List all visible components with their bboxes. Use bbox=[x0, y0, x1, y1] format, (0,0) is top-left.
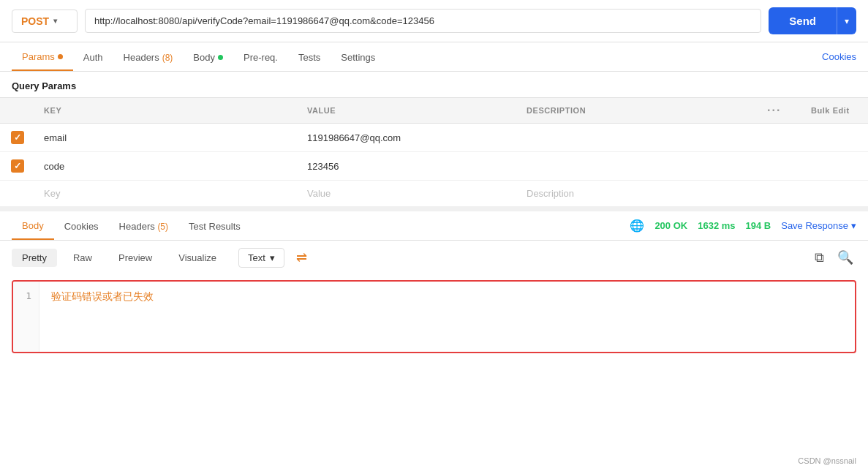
tab-settings[interactable]: Settings bbox=[331, 43, 385, 70]
search-icon[interactable]: 🔍 bbox=[834, 246, 856, 268]
save-response-button[interactable]: Save Response ▾ bbox=[781, 220, 856, 231]
response-time: 1632 ms bbox=[698, 220, 735, 231]
tab-body[interactable]: Body bbox=[183, 43, 233, 70]
response-tab-body[interactable]: Body bbox=[12, 211, 54, 240]
response-tab-headers[interactable]: Headers (5) bbox=[109, 212, 178, 239]
row1-key-cell[interactable]: email bbox=[35, 124, 298, 152]
response-meta: 🌐 200 OK 1632 ms 194 B Save Response ▾ bbox=[630, 219, 856, 233]
tab-params[interactable]: Params bbox=[12, 42, 73, 71]
row1-checkbox[interactable]: ✓ bbox=[11, 131, 24, 144]
response-tab-bar: Body Cookies Headers (5) Test Results 🌐 … bbox=[0, 211, 868, 241]
col-header-desc: DESCRIPTION bbox=[518, 98, 758, 124]
table-row-placeholder: Key Value Description bbox=[0, 181, 868, 207]
col-header-value: VALUE bbox=[298, 98, 518, 124]
row2-checkbox[interactable]: ✓ bbox=[11, 159, 24, 173]
format-tab-pretty[interactable]: Pretty bbox=[12, 249, 57, 267]
response-tab-test-results[interactable]: Test Results bbox=[178, 212, 251, 239]
response-section: Body Cookies Headers (5) Test Results 🌐 … bbox=[0, 207, 868, 353]
body-dot bbox=[218, 55, 223, 60]
response-size: 194 B bbox=[746, 220, 771, 231]
table-row: ✓ code 123456 bbox=[0, 152, 868, 181]
tab-headers[interactable]: Headers (8) bbox=[113, 43, 184, 70]
params-dot bbox=[58, 54, 63, 59]
col-header-actions: ··· bbox=[758, 98, 802, 124]
table-row: ✓ email 1191986647@qq.com bbox=[0, 124, 868, 152]
tab-tests[interactable]: Tests bbox=[288, 43, 331, 70]
globe-icon: 🌐 bbox=[630, 219, 644, 233]
params-table: KEY VALUE DESCRIPTION ··· Bulk Edit ✓ em… bbox=[0, 97, 868, 207]
url-bar: POST ▾ Send ▾ bbox=[0, 0, 868, 42]
col-header-bulk[interactable]: Bulk Edit bbox=[802, 98, 868, 124]
more-options-icon[interactable]: ··· bbox=[767, 104, 781, 116]
method-selector[interactable]: POST ▾ bbox=[12, 10, 78, 33]
desc-placeholder: Description bbox=[527, 188, 574, 199]
tab-prereq[interactable]: Pre-req. bbox=[233, 43, 288, 70]
text-format-dropdown[interactable]: Text ▾ bbox=[238, 248, 284, 268]
send-button-group: Send ▾ bbox=[769, 7, 856, 34]
send-button[interactable]: Send bbox=[769, 7, 837, 34]
dropdown-chevron-icon: ▾ bbox=[270, 252, 275, 263]
value-placeholder[interactable]: Value bbox=[307, 188, 331, 199]
tab-auth[interactable]: Auth bbox=[73, 43, 113, 70]
url-input[interactable] bbox=[85, 9, 761, 33]
page-footer: CSDN @nssnail bbox=[798, 456, 856, 465]
format-tab-visualize[interactable]: Visualize bbox=[168, 249, 227, 267]
format-tab-raw[interactable]: Raw bbox=[63, 249, 102, 267]
row1-desc-cell[interactable] bbox=[518, 124, 758, 152]
response-tab-cookies[interactable]: Cookies bbox=[54, 212, 109, 239]
response-code-area: 1 验证码错误或者已失效 bbox=[12, 280, 856, 353]
send-chevron-button[interactable]: ▾ bbox=[837, 7, 856, 34]
cookies-link[interactable]: Cookies bbox=[822, 51, 856, 62]
request-tab-bar: Params Auth Headers (8) Body Pre-req. Te… bbox=[0, 42, 868, 72]
row2-desc-cell[interactable] bbox=[518, 152, 758, 181]
col-header-check bbox=[0, 98, 35, 124]
copy-icon[interactable]: ⧉ bbox=[812, 247, 827, 268]
row1-value-cell[interactable]: 1191986647@qq.com bbox=[298, 124, 518, 152]
wrap-icon[interactable]: ⇌ bbox=[296, 249, 307, 265]
format-bar: Pretty Raw Preview Visualize Text ▾ ⇌ ⧉ … bbox=[0, 241, 868, 274]
row2-key-cell[interactable]: code bbox=[35, 152, 298, 181]
format-tab-preview[interactable]: Preview bbox=[108, 249, 162, 267]
line-numbers: 1 bbox=[13, 282, 39, 352]
row2-value-cell[interactable]: 123456 bbox=[298, 152, 518, 181]
bulk-edit-label[interactable]: Bulk Edit bbox=[811, 106, 850, 115]
key-placeholder[interactable]: Key bbox=[44, 188, 60, 199]
save-response-chevron-icon: ▾ bbox=[851, 220, 856, 231]
method-chevron-icon: ▾ bbox=[53, 17, 57, 25]
method-label: POST bbox=[21, 15, 49, 27]
col-header-key: KEY bbox=[35, 98, 298, 124]
response-body-content: 验证码错误或者已失效 bbox=[39, 282, 165, 352]
status-badge: 200 OK bbox=[654, 220, 687, 231]
query-params-title: Query Params bbox=[0, 72, 868, 97]
format-bar-right: ⧉ 🔍 bbox=[812, 246, 856, 268]
